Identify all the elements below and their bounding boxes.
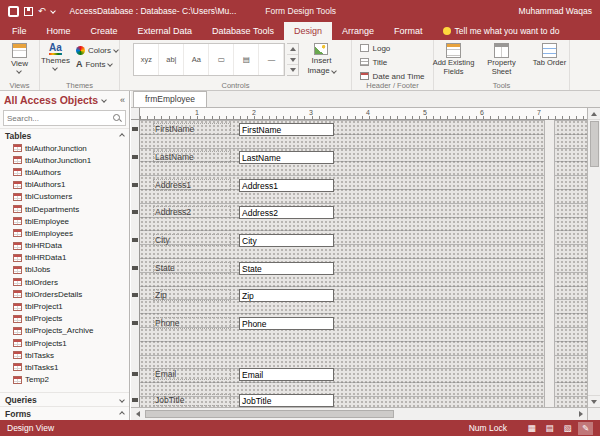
field-label[interactable]: Address2 xyxy=(153,206,231,218)
control-gallery-item[interactable]: — xyxy=(259,44,284,75)
field-label[interactable]: Address1 xyxy=(153,179,231,191)
nav-item[interactable]: tblCustomers xyxy=(0,191,129,203)
control-gallery-item[interactable]: ▤ xyxy=(234,44,259,75)
tab-create[interactable]: Create xyxy=(81,22,128,40)
nav-section-forms[interactable]: Forms xyxy=(0,406,129,420)
themes-button[interactable]: Aa Themes xyxy=(39,42,72,71)
field-textbox[interactable]: Address2 xyxy=(239,206,334,219)
shutter-bar-icon[interactable]: « xyxy=(120,96,125,105)
table-icon xyxy=(13,144,22,152)
nav-item[interactable]: tblAuthorJunction xyxy=(0,142,129,154)
ribbon-group-header-footer: Logo Title Date and Time Header / Footer xyxy=(352,40,434,90)
gallery-scroll-down-icon[interactable] xyxy=(287,55,298,66)
nav-item[interactable]: tblAuthors1 xyxy=(0,179,129,191)
document-tab-frmEmployee[interactable]: frmEmployee xyxy=(133,91,207,107)
field-label[interactable]: JobTitle xyxy=(153,394,231,406)
field-textbox[interactable]: FirstName xyxy=(239,123,334,136)
field-textbox[interactable]: LastName xyxy=(239,151,334,164)
nav-section-queries[interactable]: Queries xyxy=(0,392,129,406)
nav-item[interactable]: tblEmployee xyxy=(0,215,129,227)
form-view-icon[interactable]: ▤ xyxy=(542,422,557,435)
field-label[interactable]: Email xyxy=(153,368,231,380)
nav-item[interactable]: tblProjects1 xyxy=(0,337,129,349)
tab-external-data[interactable]: External Data xyxy=(128,22,203,40)
nav-item[interactable]: tblHRData xyxy=(0,240,129,252)
search-input[interactable] xyxy=(7,114,113,123)
horizontal-scrollbar[interactable] xyxy=(131,407,587,420)
horizontal-scroll-thumb[interactable] xyxy=(145,410,394,418)
nav-item[interactable]: tblProjects_Archive xyxy=(0,325,129,337)
user-name[interactable]: Muhammad Waqas xyxy=(519,6,592,16)
tab-order-button[interactable]: Tab Order xyxy=(527,42,573,77)
vertical-scrollbar[interactable] xyxy=(587,108,600,420)
field-textbox[interactable]: Email xyxy=(239,368,334,381)
nav-item[interactable]: Temp2 xyxy=(0,374,129,386)
save-icon[interactable] xyxy=(24,7,33,16)
qat-customize-icon[interactable] xyxy=(50,8,56,14)
control-gallery-item[interactable]: Aa xyxy=(184,44,209,75)
horizontal-scroll-track[interactable] xyxy=(144,408,574,420)
layout-view-icon[interactable]: ▧ xyxy=(560,422,575,435)
form-right-edge[interactable] xyxy=(544,120,555,407)
nav-item[interactable]: tblHRData1 xyxy=(0,252,129,264)
nav-item[interactable]: tblEmployees xyxy=(0,227,129,239)
field-textbox[interactable]: Address1 xyxy=(239,179,334,192)
nav-item[interactable]: tblDepartments xyxy=(0,203,129,215)
property-sheet-button[interactable]: Property Sheet xyxy=(479,42,525,77)
field-label[interactable]: City xyxy=(153,234,231,246)
gallery-scroll-up-icon[interactable] xyxy=(287,44,298,55)
scroll-up-icon[interactable] xyxy=(588,108,600,120)
ruler-corner[interactable] xyxy=(131,108,140,120)
colors-button[interactable]: Colors xyxy=(74,44,120,56)
field-label[interactable]: Zip xyxy=(153,289,231,301)
field-textbox[interactable]: JobTitle xyxy=(239,394,334,407)
nav-item[interactable]: tblOrdersDetails xyxy=(0,288,129,300)
undo-icon[interactable]: ↶ xyxy=(38,7,46,16)
tab-design[interactable]: Design xyxy=(284,22,332,40)
tab-file[interactable]: File xyxy=(2,22,37,40)
nav-item[interactable]: tblTasks xyxy=(0,349,129,361)
scroll-down-icon[interactable] xyxy=(588,395,600,407)
control-gallery-item[interactable]: ▭ xyxy=(209,44,234,75)
nav-item[interactable]: tblJobs xyxy=(0,264,129,276)
nav-item[interactable]: tblTasks1 xyxy=(0,361,129,373)
gallery-more-icon[interactable] xyxy=(287,65,298,75)
scroll-right-icon[interactable] xyxy=(574,408,587,420)
tab-arrange[interactable]: Arrange xyxy=(332,22,384,40)
nav-item[interactable]: tblProjects xyxy=(0,313,129,325)
view-button[interactable]: View xyxy=(9,42,30,74)
add-existing-fields-button[interactable]: Add Existing Fields xyxy=(431,42,477,77)
vertical-ruler[interactable] xyxy=(131,120,140,407)
field-label[interactable]: State xyxy=(153,262,231,274)
nav-section-tables[interactable]: Tables xyxy=(0,128,129,142)
nav-item[interactable]: tblAuthorJunction1 xyxy=(0,154,129,166)
control-gallery-item[interactable]: ab| xyxy=(159,44,184,75)
horizontal-ruler[interactable]: 1 2 3 4 5 6 7 xyxy=(140,108,587,120)
nav-item[interactable]: tblProject1 xyxy=(0,300,129,312)
tab-format[interactable]: Format xyxy=(384,22,433,40)
datasheet-view-icon[interactable]: ▦ xyxy=(524,422,539,435)
field-textbox[interactable]: Zip xyxy=(239,289,334,302)
scroll-left-icon[interactable] xyxy=(131,408,144,420)
insert-image-button[interactable]: Insert Image xyxy=(305,42,337,76)
title-button[interactable]: Title xyxy=(358,56,426,68)
control-gallery-item[interactable]: xyz xyxy=(134,44,159,75)
nav-search-box[interactable] xyxy=(3,110,126,126)
field-textbox[interactable]: State xyxy=(239,262,334,275)
logo-button[interactable]: Logo xyxy=(358,42,426,54)
vertical-scroll-thumb[interactable] xyxy=(590,121,599,167)
field-textbox[interactable]: Phone xyxy=(239,317,334,330)
form-design-grid[interactable]: FirstNameFirstName LastNameLastName Addr… xyxy=(140,120,587,407)
field-textbox[interactable]: City xyxy=(239,234,334,247)
nav-pane-header[interactable]: All Access Objects « xyxy=(0,91,129,109)
nav-item[interactable]: tblOrders xyxy=(0,276,129,288)
design-view-icon[interactable]: ✎ xyxy=(578,422,593,435)
field-label[interactable]: LastName xyxy=(153,151,231,163)
tab-home[interactable]: Home xyxy=(37,22,81,40)
tell-me-box[interactable]: Tell me what you want to do xyxy=(443,22,560,40)
field-label[interactable]: FirstName xyxy=(153,123,231,135)
field-label[interactable]: Phone xyxy=(153,317,231,329)
nav-item[interactable]: tblAuthors xyxy=(0,166,129,178)
tab-database-tools[interactable]: Database Tools xyxy=(202,22,284,40)
fonts-button[interactable]: A Fonts xyxy=(74,58,120,70)
